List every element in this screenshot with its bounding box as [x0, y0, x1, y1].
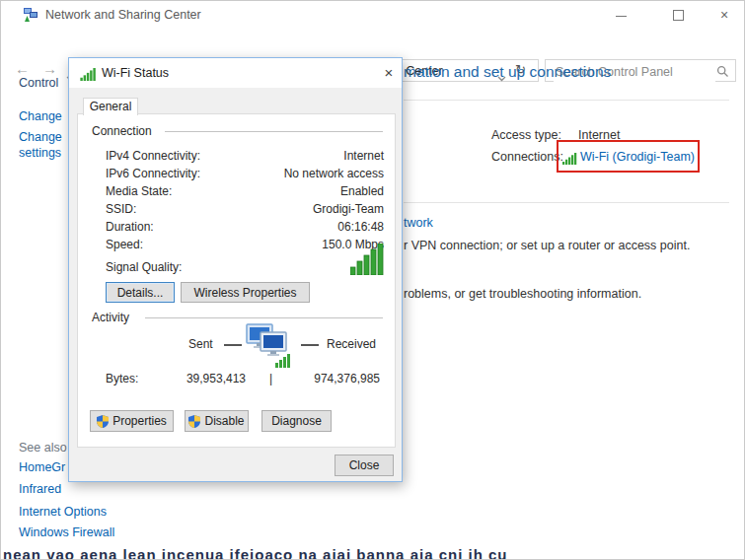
properties-button[interactable]: Properties [90, 410, 174, 432]
disable-button-label: Disable [204, 414, 244, 428]
connection-group-line [165, 131, 383, 132]
ipv4-value: Internet [343, 149, 384, 163]
duration-value: 06:16:48 [337, 220, 384, 234]
uac-shield-icon [97, 415, 109, 428]
sidebar-item-homegroup[interactable]: HomeGr [19, 460, 65, 474]
details-button[interactable]: Details... [106, 282, 175, 303]
vpn-description-fragment: r VPN connection; or set up a router or … [404, 239, 690, 252]
access-type-label: Access type: [491, 128, 561, 142]
app-network-icon [23, 7, 38, 27]
sidebar-item-change-sharing-settings-line1[interactable]: Change [19, 130, 62, 144]
network-sharing-center-window: Network and Sharing Center × ← → ↑ « Net… [0, 0, 745, 560]
title-bar: Network and Sharing Center × [1, 1, 744, 29]
wireless-properties-button[interactable]: Wireless Properties [181, 282, 310, 303]
window-title: Network and Sharing Center [45, 8, 201, 22]
signal-quality-label: Signal Quality: [106, 260, 182, 274]
ssid-label: SSID: [106, 202, 136, 216]
close-button[interactable]: × [709, 4, 739, 26]
sidebar-item-infrared[interactable]: Infrared [19, 482, 61, 496]
sent-dash [224, 344, 242, 346]
navigation-toolbar: ← → ↑ « Network and Internet › Network a… [1, 29, 744, 58]
received-label: Received [327, 337, 376, 351]
sidebar-item-control-panel-home[interactable]: Control [19, 76, 58, 90]
sidebar-item-internet-options[interactable]: Internet Options [19, 505, 107, 519]
speed-label: Speed: [106, 238, 143, 251]
activity-computers-icon [246, 323, 291, 373]
sidebar-see-also-label: See also [19, 441, 67, 455]
dialog-close-button[interactable]: Close [335, 455, 394, 476]
dialog-title-bar: Wi-Fi Status × [69, 58, 402, 88]
search-icon[interactable] [716, 64, 729, 82]
maximize-button[interactable] [663, 4, 693, 26]
duration-label: Duration: [106, 220, 154, 234]
general-tab-page: Connection IPv4 Connectivity: Internet I… [77, 113, 396, 448]
page-heading-fragment: mation and set up connections [404, 63, 611, 81]
diagnose-button[interactable]: Diagnose [261, 410, 332, 432]
ssid-value: Grodigi-Team [313, 202, 384, 216]
wifi-status-dialog: Wi-Fi Status × General Connection IPv4 C… [68, 57, 403, 482]
forward-icon[interactable]: → [42, 60, 57, 77]
cutoff-text: nean vao aena lean incenua ifeioaco na a… [3, 546, 508, 560]
sidebar-item-windows-firewall[interactable]: Windows Firewall [19, 525, 114, 539]
minimize-button[interactable] [606, 4, 635, 26]
ipv4-label: IPv4 Connectivity: [106, 149, 200, 163]
disable-button[interactable]: Disable [185, 410, 249, 432]
properties-button-label: Properties [112, 414, 167, 428]
setup-network-link-fragment[interactable]: twork [404, 216, 433, 230]
bytes-received-value: 974,376,985 [291, 372, 380, 385]
ipv6-label: IPv6 Connectivity: [106, 167, 200, 180]
connections-highlight-box [557, 140, 700, 173]
back-icon[interactable]: ← [15, 60, 30, 77]
wifi-status-icon [80, 67, 97, 85]
dialog-title: Wi-Fi Status [102, 66, 169, 80]
connections-label: Connections: [491, 150, 563, 164]
sidebar-item-change-sharing-settings-line2[interactable]: settings [19, 146, 61, 160]
signal-quality-bars-icon [350, 244, 384, 279]
connection-group-label: Connection [92, 124, 152, 138]
activity-group-label: Activity [92, 311, 129, 324]
troubleshoot-description-fragment: roblems, or get troubleshooting informat… [404, 287, 641, 301]
content-divider-2 [404, 202, 729, 203]
uac-shield-icon [188, 415, 200, 428]
received-dash [301, 344, 319, 346]
activity-group-line [145, 317, 383, 318]
dialog-close-icon[interactable]: × [377, 62, 401, 84]
bytes-label: Bytes: [106, 372, 138, 385]
media-state-label: Media State: [106, 184, 172, 198]
sidebar-item-change-adapter[interactable]: Change [19, 109, 62, 123]
ipv6-value: No network access [284, 167, 384, 180]
tab-general[interactable]: General [83, 98, 138, 115]
content-divider-1 [404, 100, 729, 101]
bytes-sent-value: 39,953,413 [157, 372, 246, 385]
bytes-separator: | [269, 372, 272, 385]
sent-label: Sent [188, 337, 213, 351]
media-state-value: Enabled [340, 184, 384, 198]
